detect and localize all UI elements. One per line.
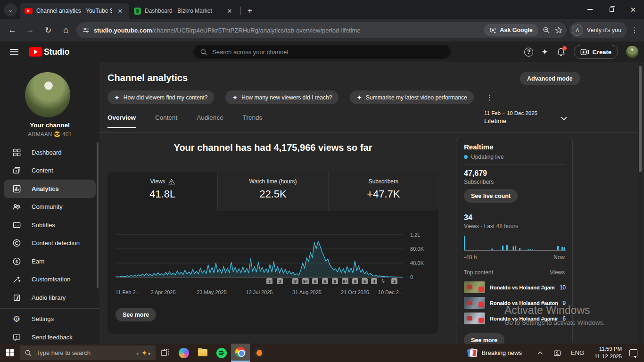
tab-search-chevron-icon[interactable]: ⌄ — [4, 3, 17, 16]
video-marker-badge[interactable]: 9+ — [342, 278, 348, 284]
task-view-icon[interactable] — [156, 344, 174, 362]
advanced-mode-button[interactable]: Advanced mode — [520, 72, 580, 85]
video-marker-badge[interactable]: 6 — [322, 278, 328, 284]
sidebar-item-content-detection[interactable]: Content detection — [4, 234, 96, 253]
see-more-button[interactable]: See more — [116, 308, 156, 321]
chrome-taskbar-icon[interactable] — [231, 344, 250, 362]
tab-trends[interactable]: Trends — [243, 114, 263, 128]
action-center-icon[interactable] — [629, 349, 637, 356]
channel-avatar[interactable] — [25, 72, 70, 117]
news-widget-icon[interactable] — [467, 348, 478, 358]
help-icon[interactable]: ? — [524, 48, 533, 57]
chips-more-icon[interactable]: ⋮ — [485, 93, 495, 102]
metric-subscribers[interactable]: Subscribers +47.7K — [328, 172, 438, 211]
sidebar-item-customisation[interactable]: Customisation — [4, 271, 96, 289]
scrollbar-thumb[interactable] — [639, 66, 642, 172]
video-marker-badge[interactable]: 6 — [362, 278, 368, 284]
sidebar-item-subtitles[interactable]: Subtitles — [4, 216, 96, 234]
sidebar-item-audio-library[interactable]: Audio library — [4, 288, 96, 307]
taskbar-search-input[interactable] — [36, 349, 132, 356]
create-button[interactable]: Create — [574, 45, 618, 59]
back-icon[interactable]: ← — [5, 23, 20, 38]
studio-brand[interactable]: Studio — [44, 47, 69, 57]
video-marker-badge[interactable]: 6 — [312, 278, 318, 284]
close-button[interactable]: ✕ — [622, 0, 644, 19]
sidebar-item-settings[interactable]: ⚙ Settings — [4, 310, 96, 329]
forward-icon[interactable]: → — [23, 23, 38, 38]
realtime-bar-chart[interactable] — [464, 234, 566, 251]
notifications-bell-icon[interactable] — [556, 47, 566, 57]
tab-overview[interactable]: Overview — [107, 114, 136, 128]
views-line-chart[interactable] — [116, 228, 403, 280]
minimize-button[interactable] — [579, 0, 601, 19]
browser-tab-inactive[interactable]: Dashboard - Bizkro Market ✕ — [129, 3, 239, 19]
taskbar-clock[interactable]: 11:59 PM 11-12-2025 — [594, 346, 622, 360]
url-text[interactable]: studio.youtube.com/channel/UC5Irp4eUFIkr… — [94, 27, 480, 34]
video-marker-badge[interactable]: 3 — [277, 278, 283, 284]
touch-keyboard-icon[interactable] — [553, 349, 561, 357]
studio-search-bar[interactable] — [193, 45, 451, 59]
sidebar-item-community[interactable]: Community — [4, 198, 96, 216]
metric-label: Watch time (hours) — [249, 178, 297, 185]
studio-search-input[interactable] — [212, 49, 444, 56]
profile-chip[interactable]: A Verify it's you — [570, 22, 627, 38]
sidebar-item-analytics[interactable]: Analytics — [4, 180, 96, 198]
metric-value: +47.7K — [329, 188, 438, 200]
browser-menu-icon[interactable]: ⋮ — [630, 26, 639, 34]
search-zoom-icon[interactable] — [542, 26, 551, 34]
sparkle-icon: ✦ — [114, 94, 120, 101]
top-content-row[interactable]: Ronaldo vs Holaand #gaming... 6 — [460, 311, 570, 326]
metric-views[interactable]: Views 41.8L — [107, 172, 217, 211]
top-content-row[interactable]: Ronaldo vs Holaand #gamin... 10 — [460, 280, 570, 295]
video-marker-badge[interactable]: 8 — [332, 278, 338, 284]
copilot-icon[interactable] — [174, 344, 193, 362]
reload-icon[interactable]: ↻ — [41, 23, 56, 38]
video-marker-badge[interactable]: 3 — [266, 278, 272, 284]
video-marker-badge[interactable]: 9+ — [302, 278, 309, 284]
sparkle-icon[interactable]: ✦ — [541, 47, 548, 57]
new-tab-button[interactable]: + — [244, 5, 256, 17]
site-info-icon[interactable] — [82, 26, 90, 34]
tray-chevron-up-icon[interactable] — [537, 350, 544, 356]
chip-summarise-performance[interactable]: ✦Summarise my latest video performance — [350, 90, 473, 104]
spotify-icon[interactable] — [212, 344, 231, 362]
sidebar-item-send-feedback[interactable]: Send feedback — [4, 328, 96, 344]
video-marker-badge[interactable]: 4 — [371, 278, 377, 284]
tab-close-icon[interactable]: ✕ — [225, 7, 234, 15]
account-avatar[interactable] — [626, 46, 638, 58]
top-content-row[interactable]: Ronaldo vs Holaand #automo... 9 — [460, 295, 570, 311]
url-bar[interactable]: studio.youtube.com/channel/UC5Irp4eUFIkr… — [76, 22, 567, 38]
hamburger-menu-icon[interactable] — [10, 49, 18, 55]
metric-watch-time[interactable]: Watch time (hours) 22.5K — [217, 172, 328, 211]
news-widget-label[interactable]: Breaking news — [482, 349, 522, 356]
sidebar-scrollbar[interactable] — [97, 142, 99, 288]
restore-button[interactable] — [601, 0, 622, 19]
start-button[interactable] — [0, 344, 20, 362]
tab-content[interactable]: Content — [155, 114, 177, 128]
video-marker-badge[interactable]: 2 — [391, 278, 397, 284]
taskbar-search-box[interactable]: ✦ ✦✦ — [20, 346, 156, 360]
browser-tab-active[interactable]: Channel analytics - YouTube Stu ✕ — [20, 3, 129, 19]
see-live-count-button[interactable]: See live count — [464, 189, 518, 203]
tab-close-icon[interactable]: ✕ — [116, 7, 124, 15]
video-marker-badge[interactable]: 8 — [292, 278, 298, 284]
tab-title: Channel analytics - YouTube Stu — [36, 8, 112, 14]
ask-google-button[interactable]: Ask Google — [484, 24, 538, 36]
sidebar-item-content[interactable]: Content — [4, 162, 96, 180]
file-explorer-icon[interactable] — [193, 344, 212, 362]
video-marker-badge[interactable]: 8 — [352, 278, 358, 284]
sidebar-item-dashboard[interactable]: Dashboard — [4, 143, 96, 162]
sidebar-item-label: Community — [32, 203, 63, 210]
bookmark-star-icon[interactable] — [554, 26, 563, 34]
chip-new-viewers[interactable]: ✦How many new viewers did I reach? — [225, 90, 339, 104]
tab-audience[interactable]: Audience — [197, 114, 223, 128]
sidebar-item-earn[interactable]: $ Earn — [4, 252, 96, 271]
home-icon[interactable]: ⌂ — [58, 23, 74, 38]
fl-studio-icon[interactable] — [250, 344, 269, 362]
chip-viewers-find[interactable]: ✦How did viewers find my content? — [107, 90, 214, 104]
shorts-icon[interactable]: ϟ — [380, 278, 386, 284]
page-scrollbar[interactable] — [638, 62, 642, 344]
language-indicator[interactable]: ENG — [571, 349, 584, 356]
chevron-down-icon[interactable] — [559, 113, 569, 123]
youtube-logo[interactable] — [29, 47, 42, 57]
